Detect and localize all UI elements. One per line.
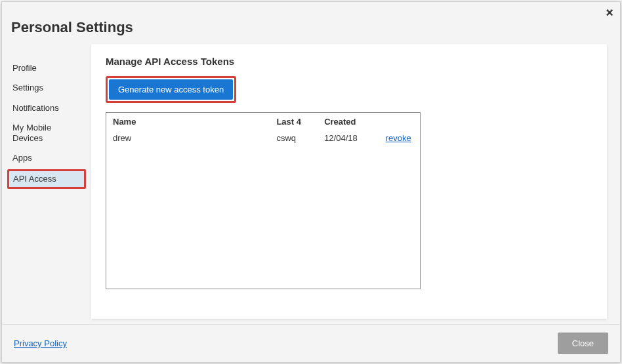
close-icon[interactable]: × — [606, 6, 613, 19]
modal-footer: Privacy Policy Close — [2, 324, 620, 362]
modal-body: Profile Settings Notifications My Mobile… — [2, 41, 620, 319]
page-title: Personal Settings — [2, 2, 620, 41]
panel-heading: Manage API Access Tokens — [106, 56, 592, 67]
sidebar-item-profile[interactable]: Profile — [3, 58, 89, 78]
cell-created: 12/04/18 — [318, 131, 379, 147]
settings-sidebar: Profile Settings Notifications My Mobile… — [3, 41, 89, 319]
sidebar-item-api-access[interactable]: API Access — [7, 169, 86, 189]
api-access-panel: Manage API Access Tokens Generate new ac… — [91, 44, 607, 319]
generate-button-highlight: Generate new access token — [106, 76, 236, 103]
table-row: drew cswq 12/04/18 revoke — [106, 131, 420, 147]
generate-token-button[interactable]: Generate new access token — [109, 79, 233, 100]
col-header-created: Created — [318, 113, 379, 131]
sidebar-item-apps[interactable]: Apps — [3, 148, 89, 168]
close-button[interactable]: Close — [558, 333, 608, 354]
revoke-link[interactable]: revoke — [386, 133, 411, 143]
sidebar-item-my-mobile-devices[interactable]: My Mobile Devices — [3, 118, 89, 149]
sidebar-item-notifications[interactable]: Notifications — [3, 98, 89, 118]
cell-name: drew — [106, 131, 270, 147]
col-header-name: Name — [106, 113, 270, 131]
tokens-table: Name Last 4 Created drew cswq 12/04/18 r… — [106, 113, 420, 147]
sidebar-item-settings[interactable]: Settings — [3, 78, 89, 98]
personal-settings-modal: × Personal Settings Profile Settings Not… — [1, 1, 621, 363]
col-header-action — [379, 113, 420, 131]
col-header-last4: Last 4 — [270, 113, 318, 131]
privacy-policy-link[interactable]: Privacy Policy — [14, 338, 67, 348]
cell-last4: cswq — [270, 131, 318, 147]
tokens-table-container: Name Last 4 Created drew cswq 12/04/18 r… — [106, 112, 421, 289]
